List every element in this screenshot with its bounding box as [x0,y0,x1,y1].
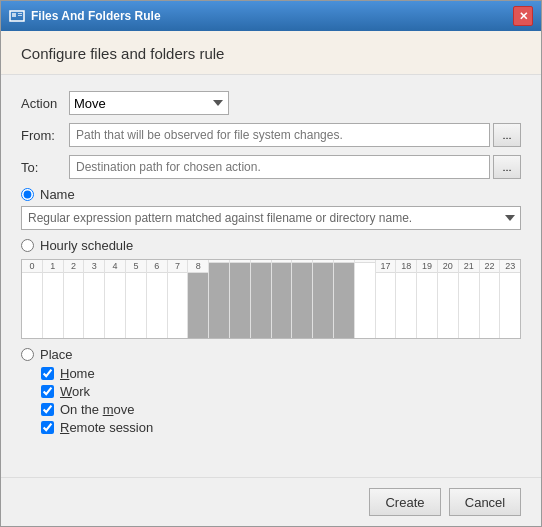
hour-col-11[interactable] [251,260,272,338]
regex-input-row: Regular expression pattern matched again… [21,206,521,230]
name-radio-label[interactable]: Name [21,187,521,202]
hour-col-17[interactable]: 17 [376,260,397,338]
hour-cell-0[interactable] [22,273,42,338]
from-browse-button[interactable]: ... [493,123,521,147]
hour-cell-14[interactable] [313,263,333,338]
name-label: Name [40,187,75,202]
hour-cell-4[interactable] [105,273,125,338]
hour-cell-5[interactable] [126,273,146,338]
hour-label-17: 17 [376,260,396,273]
hour-label-19: 19 [417,260,437,273]
hour-col-20[interactable]: 20 [438,260,459,338]
hour-col-5[interactable]: 5 [126,260,147,338]
hour-grid: 01234567817181920212223 [21,259,521,339]
regex-input[interactable]: Regular expression pattern matched again… [21,206,521,230]
hour-col-14[interactable] [313,260,334,338]
hour-col-8[interactable]: 8 [188,260,209,338]
to-browse-button[interactable]: ... [493,155,521,179]
hour-label-5: 5 [126,260,146,273]
hour-col-23[interactable]: 23 [500,260,520,338]
footer: Create Cancel [1,477,541,526]
hour-col-0[interactable]: 0 [22,260,43,338]
work-checkbox[interactable] [41,385,54,398]
from-input[interactable] [69,123,490,147]
hour-col-7[interactable]: 7 [168,260,189,338]
hour-cell-9[interactable] [209,263,229,338]
to-input[interactable] [69,155,490,179]
hour-cell-22[interactable] [480,273,500,338]
create-button[interactable]: Create [369,488,441,516]
on-the-move-checkbox[interactable] [41,403,54,416]
main-window: Files And Folders Rule ✕ Configure files… [0,0,542,527]
hour-col-12[interactable] [272,260,293,338]
home-label: Home [60,366,95,381]
hour-label-21: 21 [459,260,479,273]
hour-cell-19[interactable] [417,273,437,338]
hour-col-21[interactable]: 21 [459,260,480,338]
hour-cell-17[interactable] [376,273,396,338]
title-bar: Files And Folders Rule ✕ [1,1,541,31]
hour-label-2: 2 [64,260,84,273]
hour-col-3[interactable]: 3 [84,260,105,338]
svg-rect-2 [18,13,22,14]
hour-cell-10[interactable] [230,263,250,338]
hour-col-19[interactable]: 19 [417,260,438,338]
hour-cell-23[interactable] [500,273,520,338]
hour-cell-3[interactable] [84,273,104,338]
hour-cell-18[interactable] [396,273,416,338]
hour-label-4: 4 [105,260,125,273]
hourly-radio[interactable] [21,239,34,252]
hour-col-1[interactable]: 1 [43,260,64,338]
to-row: To: ... [21,155,521,179]
place-radio-label[interactable]: Place [21,347,521,362]
from-row: From: ... [21,123,521,147]
hour-col-10[interactable] [230,260,251,338]
hour-cell-13[interactable] [292,263,312,338]
on-the-move-label: On the move [60,402,134,417]
hour-col-22[interactable]: 22 [480,260,501,338]
hour-cell-6[interactable] [147,273,167,338]
hour-col-18[interactable]: 18 [396,260,417,338]
hour-col-6[interactable]: 6 [147,260,168,338]
hour-cell-1[interactable] [43,273,63,338]
action-select[interactable]: Move Copy Delete [69,91,229,115]
work-checkbox-row: Work [41,384,521,399]
place-section: Place Home Work On the move Remote sessi… [21,347,521,435]
window-icon [9,8,25,24]
hour-label-3: 3 [84,260,104,273]
hour-cell-7[interactable] [168,273,188,338]
action-row: Action Move Copy Delete [21,91,521,115]
hour-cell-2[interactable] [64,273,84,338]
content-area: Action Move Copy Delete From: ... To: ..… [1,75,541,477]
hour-col-2[interactable]: 2 [64,260,85,338]
on-the-move-checkbox-row: On the move [41,402,521,417]
name-radio[interactable] [21,188,34,201]
hour-cell-12[interactable] [272,263,292,338]
hour-col-4[interactable]: 4 [105,260,126,338]
name-section: Name Regular expression pattern matched … [21,187,521,230]
hourly-radio-label[interactable]: Hourly schedule [21,238,521,253]
hour-col-13[interactable] [292,260,313,338]
hour-cell-21[interactable] [459,273,479,338]
hour-label-0: 0 [22,260,42,273]
hour-label-6: 6 [147,260,167,273]
svg-rect-3 [18,15,22,16]
hourly-section: Hourly schedule 01234567817181920212223 [21,238,521,339]
hour-label-23: 23 [500,260,520,273]
hour-cell-15[interactable] [334,263,354,338]
hour-label-1: 1 [43,260,63,273]
hour-cell-20[interactable] [438,273,458,338]
hour-label-8: 8 [188,260,208,273]
hour-cell-11[interactable] [251,263,271,338]
close-button[interactable]: ✕ [513,6,533,26]
cancel-button[interactable]: Cancel [449,488,521,516]
remote-session-checkbox[interactable] [41,421,54,434]
place-radio[interactable] [21,348,34,361]
home-checkbox-row: Home [41,366,521,381]
home-checkbox[interactable] [41,367,54,380]
hour-col-15[interactable] [334,260,355,338]
hour-col-16[interactable] [355,260,376,338]
hour-cell-16[interactable] [355,263,375,338]
hour-col-9[interactable] [209,260,230,338]
hour-cell-8[interactable] [188,273,208,338]
